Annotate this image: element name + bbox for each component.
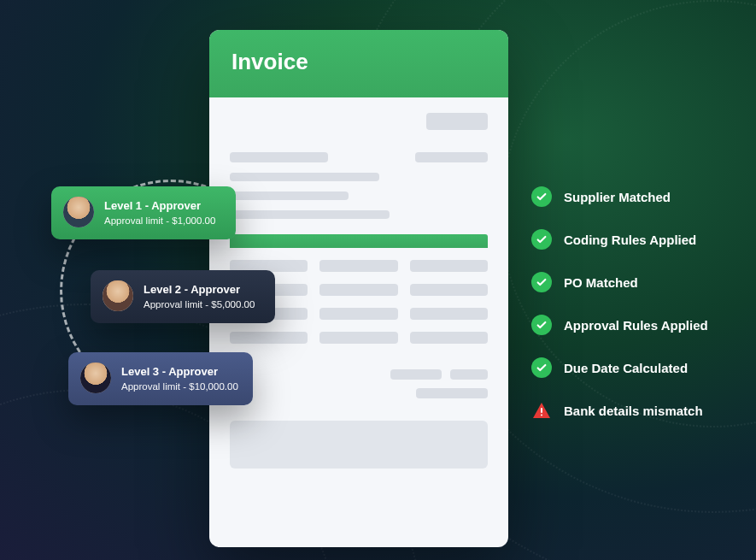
placeholder — [230, 152, 328, 162]
status-item-approval-rules: Approval Rules Applied — [531, 315, 708, 335]
status-list: Supplier Matched Coding Rules Applied PO… — [531, 186, 708, 421]
table-row — [230, 332, 488, 344]
approver-subtitle: Approval limit - $10,000.00 — [121, 381, 238, 392]
invoice-header: Invoice — [209, 30, 508, 97]
placeholder — [230, 192, 349, 200]
status-item-coding-rules: Coding Rules Applied — [531, 229, 708, 250]
approver-title: Level 3 - Approver — [121, 365, 238, 378]
status-item-due-date: Due Date Calculated — [531, 357, 708, 378]
approver-card-level-3: Level 3 - Approver Approval limit - $10,… — [68, 352, 253, 405]
check-circle-icon — [531, 186, 552, 207]
check-circle-icon — [531, 315, 552, 335]
placeholder — [426, 113, 488, 130]
placeholder — [230, 173, 379, 181]
avatar — [63, 197, 94, 227]
invoice-title: Invoice — [231, 49, 486, 75]
approver-subtitle: Approval limit - $1,000.00 — [104, 215, 215, 226]
status-item-po-matched: PO Matched — [531, 272, 708, 292]
status-label: Approval Rules Applied — [564, 318, 708, 333]
status-label: Bank details mismatch — [564, 404, 703, 418]
approver-card-level-2: Level 2 - Approver Approval limit - $5,0… — [91, 270, 275, 323]
check-circle-icon — [531, 272, 552, 292]
svg-rect-0 — [541, 408, 542, 413]
placeholder — [230, 210, 390, 219]
approver-title: Level 1 - Approver — [104, 199, 215, 212]
status-item-bank-mismatch: Bank details mismatch — [531, 400, 708, 421]
warning-triangle-icon — [531, 400, 552, 421]
status-label: Coding Rules Applied — [564, 233, 696, 247]
invoice-table-header — [230, 234, 488, 248]
check-circle-icon — [531, 229, 552, 250]
status-label: PO Matched — [564, 275, 638, 290]
status-label: Supplier Matched — [564, 190, 671, 204]
svg-rect-1 — [541, 415, 542, 416]
status-item-supplier-matched: Supplier Matched — [531, 186, 708, 207]
invoice-totals — [230, 369, 488, 398]
avatar — [80, 363, 111, 393]
check-circle-icon — [531, 357, 552, 378]
invoice-footer-box — [230, 421, 488, 469]
avatar — [103, 280, 133, 311]
approver-title: Level 2 - Approver — [144, 283, 255, 296]
status-label: Due Date Calculated — [564, 361, 688, 375]
placeholder — [415, 152, 488, 162]
approver-card-level-1: Level 1 - Approver Approval limit - $1,0… — [51, 186, 236, 239]
approver-subtitle: Approval limit - $5,000.00 — [144, 299, 255, 309]
